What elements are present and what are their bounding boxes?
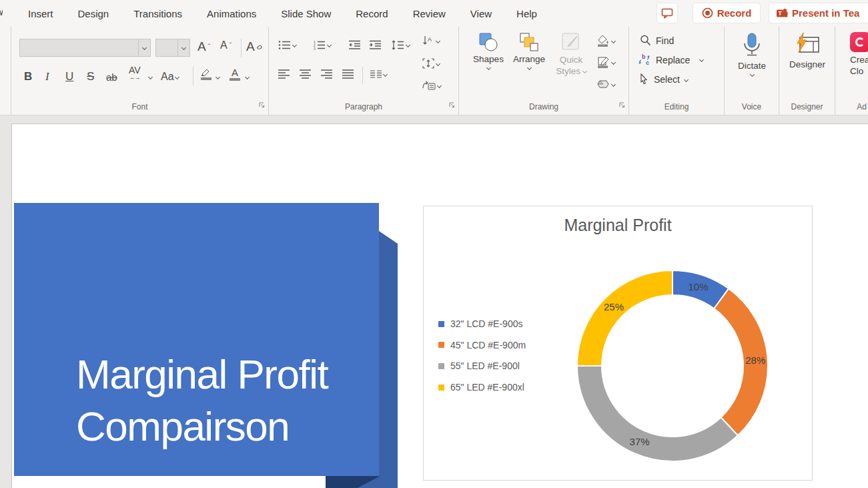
font-size-combobox[interactable] [155,39,190,57]
align-center-button[interactable] [300,69,312,79]
ribbon-group-addins: Crea Clo Ad [835,27,868,115]
font-color-dropdown-icon[interactable] [245,75,250,79]
teams-icon: T [776,7,788,19]
bullet-list-icon [278,40,291,50]
character-spacing-button[interactable]: AV ←→ [129,67,141,87]
menu-tab-help[interactable]: Help [516,8,537,19]
ribbon-group-font: Aˆ Aˇ A B I U S ab AV ←→ Aa [11,27,269,115]
creative-cloud-button[interactable]: Crea Clo [850,32,868,77]
increase-indent-button[interactable] [370,40,382,50]
replace-icon: b c [637,53,651,66]
quick-styles-button[interactable]: Quick Styles [551,32,591,77]
select-dropdown-icon [684,77,689,81]
arrange-dropdown-icon [526,65,531,70]
increase-font-size-button[interactable]: Aˆ [197,39,210,54]
shape-fill-icon [596,35,610,47]
font-name-dropdown-icon[interactable] [138,39,150,56]
shapes-dropdown-icon [486,65,490,70]
present-button-label: Present in Tea [792,7,859,19]
italic-button[interactable]: I [45,67,49,87]
find-button[interactable]: Find [640,35,674,46]
shapes-button[interactable]: Shapes [470,32,507,69]
italic-label: I [45,70,49,83]
underline-button[interactable]: U [65,67,73,87]
donut-segment[interactable] [577,366,738,461]
align-right-button[interactable] [321,69,333,79]
highlight-dropdown-icon[interactable] [215,75,220,79]
menu-tab-slide-show[interactable]: Slide Show [281,8,331,19]
donut-chart[interactable]: 10%28%37%25% [424,206,813,481]
record-button[interactable]: Record [693,3,761,23]
chart-frame[interactable]: Marginal Profit 32" LCD #E-900s45" LCD #… [423,206,813,481]
decrease-indent-button[interactable] [349,40,361,50]
menu-tab-transitions[interactable]: Transitions [133,8,182,19]
replace-button[interactable]: b c Replace [637,53,703,66]
strikethrough-ab-button[interactable]: ab [106,67,117,87]
menu-tab-record[interactable]: Record [356,8,388,19]
replace-dropdown-icon [699,57,704,62]
text-direction-icon: A [422,35,434,47]
dictate-button[interactable]: Dictate [733,32,771,76]
dictate-label: Dictate [738,61,766,71]
arrange-label: Arrange [513,54,545,64]
shape-effects-button[interactable] [596,79,615,89]
text-direction-button[interactable]: A [422,35,440,47]
align-text-button[interactable] [422,58,440,69]
arrange-button[interactable]: Arrange [510,32,548,69]
designer-button[interactable]: Designer [783,32,831,69]
ribbon-group-paragraph: 123 [269,27,459,115]
columns-button[interactable] [370,70,387,78]
menu-tab-review[interactable]: Review [413,8,446,19]
character-spacing-dropdown-icon[interactable] [148,75,153,79]
clear-formatting-button[interactable]: A [246,39,262,54]
menu-tab-view[interactable]: View [470,8,492,19]
donut-segment[interactable] [577,270,673,366]
font-group-label: Font [11,102,268,111]
dictate-dropdown-icon [749,72,754,77]
menu-tab-partial[interactable]: w [0,6,3,17]
line-spacing-button[interactable] [392,40,410,50]
change-case-button[interactable]: Aa [161,67,179,87]
ribbon-group-editing: Find b c Replace Select Editing [629,27,725,115]
underline-label: U [65,70,73,83]
convert-to-smartart-button[interactable] [422,80,441,91]
justify-button[interactable] [342,69,354,79]
text-highlight-button[interactable] [200,68,211,80]
eraser-glyph [257,44,262,49]
quick-styles-icon [561,32,581,52]
paragraph-group-label: Paragraph [269,102,458,111]
slide-title-line2: Compairson [76,401,328,453]
drawing-dialog-launcher[interactable] [618,99,625,111]
paragraph-dialog-launcher[interactable] [448,99,455,111]
font-name-combobox[interactable] [19,39,151,57]
menu-tab-design[interactable]: Design [78,8,109,19]
menu-tab-animations[interactable]: Animations [207,8,256,19]
font-color-button[interactable]: A [230,67,240,81]
svg-text:A: A [428,36,432,43]
bullets-button[interactable] [278,40,296,50]
present-in-teams-button[interactable]: T Present in Tea [769,3,868,23]
comments-button[interactable] [657,3,678,23]
ribbon-group-drawing: Shapes Arrange Quick Styles [459,27,629,115]
strike-ab-label: ab [106,71,117,83]
strikethrough-button[interactable]: S [87,67,94,87]
select-button[interactable]: Select [638,73,688,85]
font-size-dropdown-icon[interactable] [177,39,189,56]
align-text-icon [422,58,434,69]
slide-title-text[interactable]: Marginal Profit Compairson [76,348,328,453]
find-label: Find [656,35,674,46]
slide[interactable]: Marginal Profit Compairson Marginal Prof… [11,124,868,488]
arrange-icon [519,32,539,52]
svg-text:T: T [778,10,782,17]
shape-outline-button[interactable] [596,56,615,68]
shape-fill-button[interactable] [596,35,615,47]
decrease-font-size-button[interactable]: Aˇ [220,39,232,51]
menu-tab-insert[interactable]: Insert [28,8,53,19]
svg-text:c: c [646,59,649,66]
align-center-icon [300,69,312,79]
align-left-button[interactable] [278,69,290,79]
bold-button[interactable]: B [24,67,32,87]
numbering-button[interactable]: 123 [313,40,331,50]
creative-cloud-icon [850,32,868,52]
font-dialog-launcher[interactable] [258,99,265,111]
